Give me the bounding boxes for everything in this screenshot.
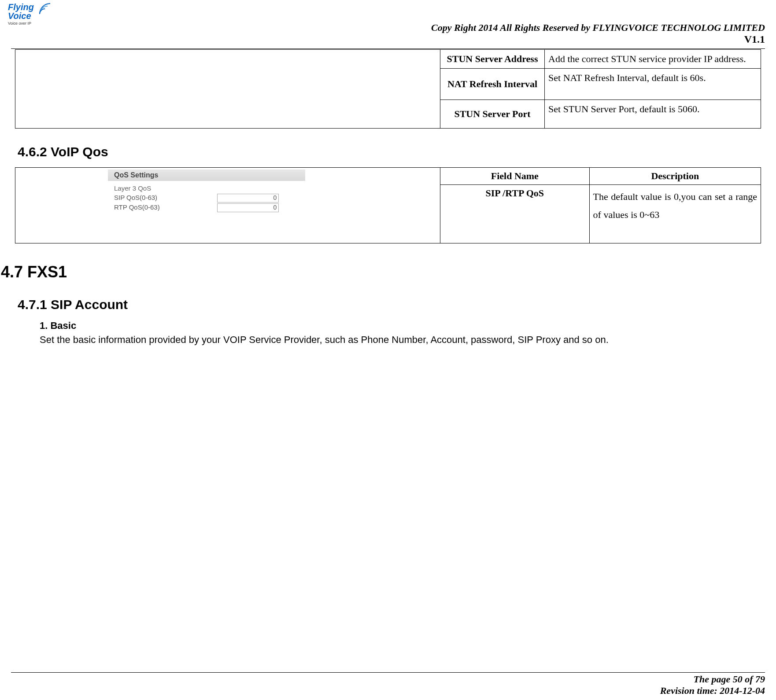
footer-revision: Revision time: 2014-12-04 xyxy=(11,685,765,696)
field-stun-address: STUN Server Address xyxy=(440,50,545,69)
heading-47: 4.7 FXS1 xyxy=(1,263,761,281)
qos-table: QoS Settings Layer 3 QoS SIP QoS(0-63) 0… xyxy=(15,167,761,243)
page-footer: The page 50 of 79 Revision time: 2014-12… xyxy=(11,672,765,696)
signal-icon xyxy=(39,3,51,15)
header-divider xyxy=(11,48,765,49)
version-text: V1.1 xyxy=(431,33,765,45)
qos-header-desc: Description xyxy=(589,167,761,184)
table-row: STUN Server Address Add the correct STUN… xyxy=(15,50,761,69)
qos-header-field: Field Name xyxy=(440,167,590,184)
qos-rtp-row: RTP QoS(0-63) 0 xyxy=(114,203,440,212)
desc-nat-refresh: Set NAT Refresh Interval, default is 60s… xyxy=(545,68,761,99)
desc-stun-port: Set STUN Server Port, default is 5060. xyxy=(545,99,761,128)
heading-462: 4.6.2 VoIP Qos xyxy=(18,144,761,159)
qos-layer3-label: Layer 3 QoS xyxy=(114,184,440,192)
basic-heading: 1. Basic xyxy=(40,320,761,332)
basic-description: Set the basic information provided by yo… xyxy=(40,333,761,347)
field-nat-refresh: NAT Refresh Interval xyxy=(440,68,545,99)
field-stun-port: STUN Server Port xyxy=(440,99,545,128)
desc-stun-address: Add the correct STUN service provider IP… xyxy=(545,50,761,69)
qos-settings-title: QoS Settings xyxy=(108,169,305,181)
sip-qos-label: SIP QoS(0-63) xyxy=(114,194,215,201)
qos-desc-siprtp: The default value is 0,you can set a ran… xyxy=(589,184,761,243)
qos-sip-row: SIP QoS(0-63) 0 xyxy=(114,194,440,203)
copyright-text: Copy Right 2014 All Rights Reserved by F… xyxy=(431,22,765,33)
document-page: Flying Voice Voice over IP Copy Right 20… xyxy=(0,0,776,700)
sip-qos-input[interactable]: 0 xyxy=(217,194,279,203)
qos-field-siprtp: SIP /RTP QoS xyxy=(440,184,590,243)
page-content: STUN Server Address Add the correct STUN… xyxy=(15,49,761,346)
qos-screenshot-cell: QoS Settings Layer 3 QoS SIP QoS(0-63) 0… xyxy=(15,167,440,243)
footer-page-number: The page 50 of 79 xyxy=(11,674,765,685)
table-row: QoS Settings Layer 3 QoS SIP QoS(0-63) 0… xyxy=(15,167,761,184)
footer-divider xyxy=(11,672,765,673)
brand-logo: Flying Voice Voice over IP xyxy=(8,3,52,26)
rtp-qos-input[interactable]: 0 xyxy=(217,203,279,212)
header-right: Copy Right 2014 All Rights Reserved by F… xyxy=(431,22,765,45)
rtp-qos-label: RTP QoS(0-63) xyxy=(114,203,215,211)
stun-table: STUN Server Address Add the correct STUN… xyxy=(15,49,761,129)
empty-cell xyxy=(15,50,440,129)
logo-tagline: Voice over IP xyxy=(8,21,52,26)
heading-471: 4.7.1 SIP Account xyxy=(18,297,761,312)
